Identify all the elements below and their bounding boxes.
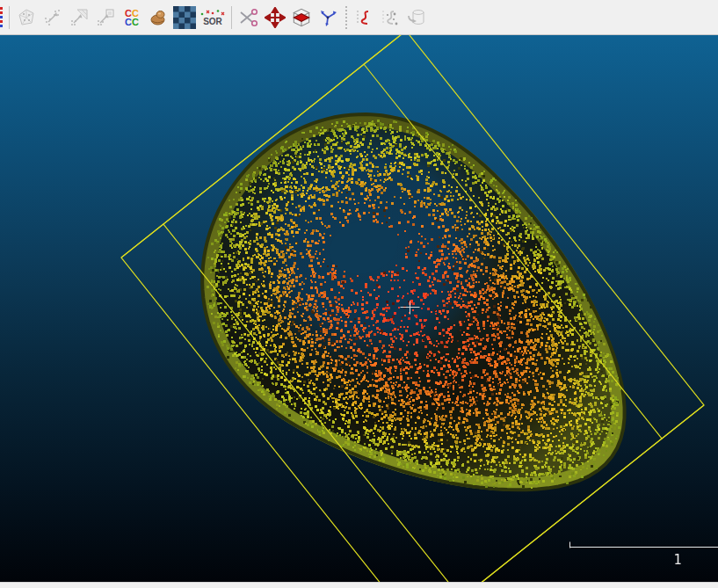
segment-scissors-button[interactable] bbox=[236, 3, 262, 33]
fit-polyline-button[interactable] bbox=[377, 3, 403, 33]
translate-rotate-icon bbox=[265, 7, 286, 28]
point-picking-button[interactable] bbox=[315, 3, 341, 33]
scale-bar-label: 1 bbox=[663, 552, 693, 568]
rasterize-cloud-button[interactable] bbox=[92, 3, 119, 33]
main-toolbar: CC CC bbox=[0, 0, 718, 35]
toolbar-separator bbox=[9, 6, 10, 29]
sor-label: SOR bbox=[203, 18, 222, 25]
cc-letter: C bbox=[125, 17, 132, 27]
fit-polyline-icon bbox=[380, 7, 401, 28]
subsample-cloud-icon bbox=[42, 7, 63, 28]
point-cloud-canvas[interactable] bbox=[0, 35, 718, 582]
csf-filter-button[interactable] bbox=[145, 3, 171, 33]
m3c2-comparison-icon bbox=[173, 6, 196, 29]
red-dot bbox=[0, 20, 3, 23]
trace-polyline-icon bbox=[353, 7, 374, 28]
segment-scissors-icon bbox=[238, 7, 259, 28]
cc-noise-filter-icon: CC CC bbox=[125, 9, 139, 26]
triangulate-mesh-button[interactable] bbox=[66, 3, 92, 33]
sample-points-on-mesh-icon bbox=[16, 7, 37, 28]
unroll-icon bbox=[406, 7, 427, 28]
cross-section-button[interactable] bbox=[288, 3, 315, 33]
cc-letter: C bbox=[132, 17, 139, 27]
rasterize-cloud-icon bbox=[95, 7, 116, 28]
blue-dot bbox=[0, 16, 3, 18]
subsample-cloud-button[interactable] bbox=[40, 3, 66, 33]
toolbar-separator bbox=[231, 6, 232, 29]
translate-rotate-button[interactable] bbox=[262, 3, 288, 33]
status-bar bbox=[0, 582, 718, 588]
cross-section-icon bbox=[290, 6, 313, 29]
point-picking-icon bbox=[317, 7, 338, 28]
blue-dot bbox=[0, 25, 3, 27]
cloudcompare-window: CC CC bbox=[0, 0, 718, 588]
sor-filter-button[interactable]: SOR bbox=[198, 3, 228, 33]
triangulate-mesh-icon bbox=[69, 7, 90, 28]
clipped-icon-strip[interactable] bbox=[0, 3, 5, 33]
trace-polyline-button[interactable] bbox=[351, 3, 377, 33]
red-dot bbox=[0, 7, 3, 10]
csf-filter-icon bbox=[148, 7, 169, 28]
3d-viewport[interactable]: 1 bbox=[0, 35, 718, 582]
unroll-button[interactable] bbox=[403, 3, 430, 33]
cc-noise-filter-button[interactable]: CC CC bbox=[119, 3, 145, 33]
toolbar-grip bbox=[344, 6, 348, 29]
sor-filter-icon: SOR bbox=[199, 9, 226, 25]
m3c2-comparison-button[interactable] bbox=[171, 3, 198, 33]
sample-points-on-mesh-button[interactable] bbox=[13, 3, 40, 33]
red-dot bbox=[0, 11, 3, 14]
